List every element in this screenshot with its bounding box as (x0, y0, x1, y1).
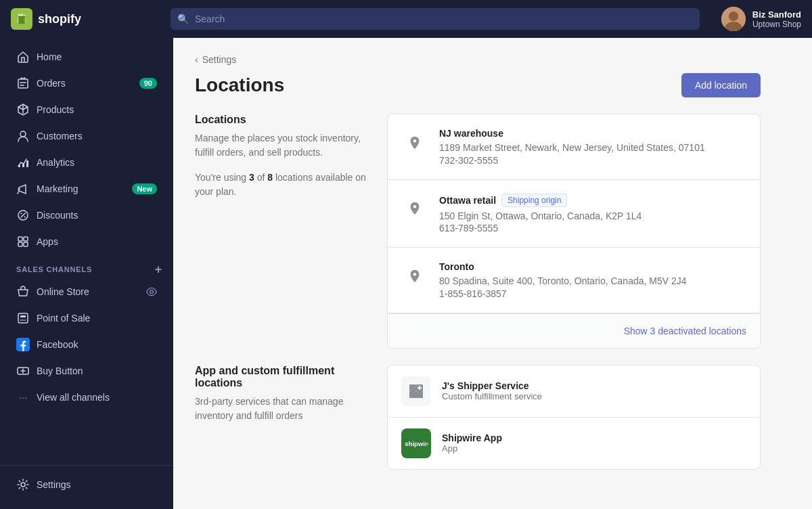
locations-usage: You're using 3 of 8 locations available … (195, 171, 371, 199)
user-shop: Uptown Shop (752, 20, 801, 29)
location-name-toronto: Toronto (439, 261, 746, 272)
locations-description: Locations Manage the places you stock in… (195, 114, 371, 349)
page-title: Locations (195, 74, 284, 96)
show-deactivated-link[interactable]: Show 3 deactivated locations (624, 326, 746, 336)
svg-rect-27 (409, 384, 416, 391)
fulfillment-description: App and custom fulfillment locations 3rd… (195, 365, 371, 470)
fulfillment-section: App and custom fulfillment locations 3rd… (195, 365, 761, 470)
locations-card-container: NJ warehouse 1189 Market Street, Newark,… (387, 114, 761, 349)
breadcrumb[interactable]: ‹ Settings (195, 54, 761, 65)
svg-rect-15 (24, 237, 28, 241)
app-item-shipwire[interactable]: shipwire Shipwire App App (388, 418, 760, 469)
main-content: ‹ Settings Locations Add location Locati… (173, 38, 812, 509)
breadcrumb-text: Settings (202, 54, 237, 65)
location-item-toronto[interactable]: Toronto 80 Spadina, Suite 400, Toronto, … (388, 248, 760, 313)
svg-rect-9 (26, 160, 28, 167)
shipping-origin-badge: Shipping origin (501, 194, 567, 207)
page-title-row: Locations Add location (195, 73, 761, 97)
sidebar-item-orders[interactable]: Orders 90 (5, 70, 168, 96)
svg-point-10 (18, 188, 20, 190)
shipwire-type: App (442, 443, 502, 453)
svg-rect-1 (18, 16, 25, 24)
svg-point-6 (20, 131, 26, 137)
buy-button-label: Buy Button (37, 366, 83, 376)
sidebar-item-discounts[interactable]: Discounts (5, 202, 168, 228)
marketing-label: Marketing (37, 183, 78, 194)
add-location-button[interactable]: Add location (681, 73, 761, 97)
svg-rect-14 (18, 237, 22, 241)
online-store-icon (16, 285, 30, 298)
products-icon (16, 103, 30, 116)
svg-point-13 (24, 217, 26, 218)
svg-rect-19 (18, 313, 28, 323)
marketing-icon (16, 182, 30, 196)
sidebar-item-customers[interactable]: Customers (5, 123, 168, 149)
js-shipper-details: J's Shipper Service Custom fulfillment s… (442, 380, 542, 401)
orders-label: Orders (37, 78, 66, 89)
sidebar-item-online-store[interactable]: Online Store (5, 279, 168, 305)
svg-point-12 (21, 213, 22, 215)
pos-icon (16, 311, 30, 325)
locations-heading: Locations (195, 114, 371, 126)
sidebar-item-home[interactable]: Home (5, 44, 168, 70)
more-icon: ··· (16, 391, 30, 404)
home-icon (16, 50, 30, 64)
svg-rect-32 (418, 387, 422, 389)
sidebar-item-point-of-sale[interactable]: Point of Sale (5, 305, 168, 331)
logo-text: shopify (38, 12, 81, 26)
search-bar[interactable]: 🔍 (171, 8, 700, 30)
svg-rect-17 (24, 242, 28, 246)
facebook-icon (16, 338, 30, 351)
sales-channels-label: SALES CHANNELS + (0, 255, 173, 278)
orders-icon (16, 76, 30, 90)
online-store-label: Online Store (37, 286, 89, 297)
logo: shopify (11, 8, 160, 30)
svg-rect-16 (18, 242, 22, 246)
eye-icon (146, 286, 157, 297)
avatar (721, 7, 746, 31)
location-pin-icon-ottawa (401, 195, 428, 222)
shipwire-name: Shipwire App (442, 433, 502, 443)
discounts-label: Discounts (37, 210, 78, 221)
sidebar-item-marketing[interactable]: Marketing New (5, 176, 168, 202)
location-phone-nj: 732-302-5555 (439, 155, 746, 166)
svg-point-23 (24, 319, 26, 321)
analytics-icon (16, 156, 30, 169)
location-name-nj: NJ warehouse (439, 128, 746, 139)
fulfillment-card-container: J's Shipper Service Custom fulfillment s… (387, 365, 761, 470)
sidebar-item-view-all-channels[interactable]: ··· View all channels (5, 384, 168, 410)
sidebar-item-apps[interactable]: Apps (5, 229, 168, 255)
location-item-nj-warehouse[interactable]: NJ warehouse 1189 Market Street, Newark,… (388, 114, 760, 180)
analytics-label: Analytics (37, 157, 74, 168)
svg-rect-29 (409, 391, 416, 398)
user-info: Biz Sanford Uptown Shop (752, 9, 801, 29)
settings-label: Settings (37, 479, 71, 490)
svg-point-3 (729, 12, 738, 21)
location-item-ottawa[interactable]: Ottawa retail Shipping origin 150 Elgin … (388, 180, 760, 248)
svg-rect-8 (22, 163, 24, 167)
svg-point-22 (22, 319, 24, 321)
orders-badge: 90 (139, 78, 157, 89)
apps-label: Apps (37, 236, 58, 247)
sidebar-item-buy-button[interactable]: Buy Button (5, 358, 168, 384)
js-shipper-name: J's Shipper Service (442, 380, 542, 391)
location-addr-toronto: 80 Spadina, Suite 400, Toronto, Ontario,… (439, 275, 746, 288)
app-item-js-shipper[interactable]: J's Shipper Service Custom fulfillment s… (388, 366, 760, 418)
sidebar-item-facebook[interactable]: Facebook (5, 332, 168, 357)
apps-icon (16, 235, 30, 248)
products-label: Products (37, 104, 74, 115)
add-channel-button[interactable]: + (155, 263, 162, 275)
view-all-label: View all channels (37, 392, 110, 403)
sidebar-item-settings[interactable]: Settings (5, 472, 168, 497)
sidebar-item-analytics[interactable]: Analytics (5, 150, 168, 175)
user-menu[interactable]: Biz Sanford Uptown Shop (721, 7, 801, 31)
locations-section: Locations Manage the places you stock in… (195, 114, 761, 349)
search-input[interactable] (171, 8, 700, 30)
sidebar-item-products[interactable]: Products (5, 97, 168, 123)
locations-card: NJ warehouse 1189 Market Street, Newark,… (387, 114, 761, 349)
discounts-icon (16, 208, 30, 222)
js-shipper-type: Custom fulfillment service (442, 391, 542, 401)
topbar: shopify 🔍 Biz Sanford Uptown Shop (0, 0, 812, 38)
search-icon: 🔍 (177, 14, 189, 24)
svg-point-18 (150, 290, 154, 294)
